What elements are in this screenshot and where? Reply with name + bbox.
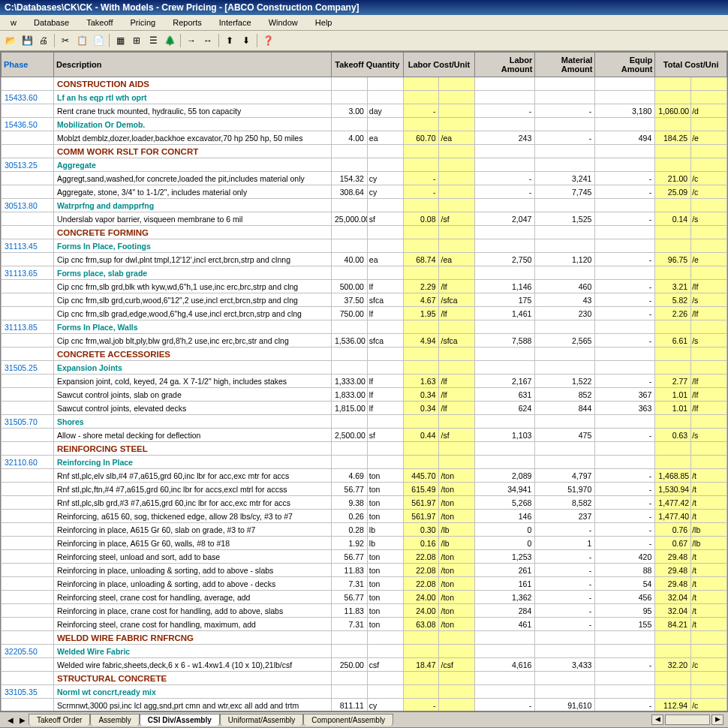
header-description[interactable]: Description: [54, 53, 332, 77]
open-icon[interactable]: 📂: [3, 33, 18, 48]
table-row[interactable]: STRUCTURAL CONCRETE: [2, 672, 727, 685]
toolbar: 📂 💾 🖨 ✂ 📋 📄 ▦ ⊞ ☰ 🌲 → ↔ ⬆ ⬇ ❓: [0, 31, 728, 51]
table-row[interactable]: Welded wire fabric,sheets,deck,6 x 6 - w…: [2, 658, 727, 672]
table-row[interactable]: 30513.80Watrprfng and dampprfng: [2, 199, 727, 212]
table-row[interactable]: Aggregt,sand,washed,for concrete,loaded …: [2, 172, 727, 185]
table-row[interactable]: 31505.25Expansion Joints: [2, 361, 727, 375]
tab-assembly[interactable]: Assembly: [90, 714, 139, 726]
menu-window[interactable]: Window: [261, 17, 305, 29]
copy-icon[interactable]: 📋: [74, 33, 89, 48]
table-row[interactable]: WELDD WIRE FABRIC RNFRCNG: [2, 631, 727, 645]
table-row[interactable]: Rent crane truck mounted, hydraulic, 55 …: [2, 104, 727, 118]
table-row[interactable]: REINFORCING STEEL: [2, 442, 727, 456]
menu-database[interactable]: Database: [26, 17, 77, 29]
table-row[interactable]: Reinforcing in place, crane cost for han…: [2, 604, 727, 618]
sort-desc-icon[interactable]: ⬇: [239, 33, 254, 48]
table-row[interactable]: Cip cnc frm,slb grd,blk wth kyw,wd,6"h,1…: [2, 280, 727, 293]
scroll-left-icon[interactable]: ◀: [651, 714, 663, 725]
table-row[interactable]: CONSTRUCTION AIDS: [2, 77, 727, 91]
table-row[interactable]: CONCRETE FORMING: [2, 226, 727, 239]
print-icon[interactable]: 🖨: [36, 33, 51, 48]
pricing-table: Phase Description Takeoff Quantity Labor…: [1, 52, 727, 711]
header-labor-amount[interactable]: Labor Amount: [475, 53, 535, 77]
table-row[interactable]: 15436.50Mobilization Or Demob.: [2, 118, 727, 131]
menu-pricing[interactable]: Pricing: [123, 17, 164, 29]
table-row[interactable]: Scrmnwt,3000 psi,inc lcl agg,snd,prt cmn…: [2, 699, 727, 712]
menu-bar: w Database Takeoff Pricing Reports Inter…: [0, 15, 728, 31]
table-row[interactable]: 31113.45Forms In Place, Footings: [2, 239, 727, 253]
table-row[interactable]: Sawcut control joints, slab on grade1,83…: [2, 388, 727, 402]
table-row[interactable]: Reinforcing in place, A615 Gr 60, walls,…: [2, 537, 727, 550]
table-row[interactable]: Reinforcing in place, unloading & sortin…: [2, 564, 727, 577]
table-row[interactable]: Underslab vapor barrier, visqueen membra…: [2, 212, 727, 226]
title-bar: C:\Databases\CK\CK - With Models - Crew …: [0, 0, 728, 15]
grid-icon[interactable]: ▦: [113, 33, 128, 48]
table-icon[interactable]: ⊞: [129, 33, 144, 48]
tree-icon[interactable]: 🌲: [162, 33, 177, 48]
menu-interface[interactable]: Interface: [212, 17, 259, 29]
table-row[interactable]: Reinforcing steel, crane cost for handli…: [2, 591, 727, 604]
spreadsheet-grid[interactable]: Phase Description Takeoff Quantity Labor…: [0, 51, 728, 711]
table-row[interactable]: 15433.60Lf an hs eqp rtl wth oprt: [2, 91, 727, 104]
table-row[interactable]: 31113.65Forms place, slab grade: [2, 266, 727, 280]
table-row[interactable]: Reinforcing in place, A615 Gr 60, slab o…: [2, 523, 727, 537]
tab-csi-div[interactable]: CSI Div/Assembly: [140, 714, 220, 726]
menu-takeoff[interactable]: Takeoff: [79, 17, 120, 29]
goto-icon[interactable]: →: [184, 33, 199, 48]
table-row[interactable]: CONCRETE ACCESSORIES: [2, 347, 727, 361]
sheet-tabs: ◀▶ Takeoff Order Assembly CSI Div/Assemb…: [0, 711, 728, 727]
header-equip-amount[interactable]: Equip Amount: [595, 53, 655, 77]
table-row[interactable]: Reinforcing, a615 60, sog, thickened edg…: [2, 510, 727, 523]
nav-icon[interactable]: ↔: [200, 33, 215, 48]
table-row[interactable]: Reinforcing steel, crane cost for handli…: [2, 618, 727, 631]
table-row[interactable]: Rnf stl,plc,ftn,#4 #7,a615,grd 60,inc lb…: [2, 483, 727, 496]
table-row[interactable]: Cip cnc frm,slb grad,edge,wood,6"hg,4 us…: [2, 307, 727, 320]
menu-view[interactable]: w: [3, 17, 24, 29]
header-phase[interactable]: Phase: [2, 53, 54, 77]
menu-help[interactable]: Help: [308, 17, 340, 29]
table-row[interactable]: Cip cnc frm,slb grd,curb,wood,6"12",2 us…: [2, 293, 727, 307]
paste-icon[interactable]: 📄: [91, 33, 106, 48]
scroll-right-icon[interactable]: ▶: [711, 714, 723, 725]
save-icon[interactable]: 💾: [20, 33, 35, 48]
table-row[interactable]: Allow - shore metal decking for deflecti…: [2, 429, 727, 442]
table-row[interactable]: 31113.85Forms In Place, Walls: [2, 320, 727, 334]
table-row[interactable]: 30513.25Aggregate: [2, 158, 727, 172]
table-row[interactable]: 33105.35Norml wt concrt,ready mix: [2, 685, 727, 699]
tab-uniformat[interactable]: Uniformat/Assembly: [220, 714, 303, 726]
header-material-amount[interactable]: Material Amount: [535, 53, 595, 77]
table-row[interactable]: Rnf stl,plc,elv slb,#4 #7,a615,grd 60,in…: [2, 469, 727, 483]
table-row[interactable]: Reinforcing steel, unload and sort, add …: [2, 550, 727, 564]
table-row[interactable]: Aggregate, stone, 3/4" to 1-1/2", includ…: [2, 185, 727, 199]
table-row[interactable]: COMM WORK RSLT FOR CONCRT: [2, 145, 727, 158]
tab-takeoff-order[interactable]: Takeoff Order: [29, 714, 90, 726]
help-icon[interactable]: ❓: [260, 33, 275, 48]
table-row[interactable]: Rnf stl,plc,slb grd,#3 #7,a615,grd 60,in…: [2, 496, 727, 510]
table-row[interactable]: 31505.70Shores: [2, 415, 727, 429]
table-row[interactable]: 32205.50Welded Wire Fabric: [2, 645, 727, 658]
table-row[interactable]: Cip cnc frm,wal,job blt,ply,blw grd,8'h,…: [2, 334, 727, 347]
table-row[interactable]: Expansion joint, cold, keyed, 24 ga. X 7…: [2, 375, 727, 388]
table-row[interactable]: Moblzt demblz,dozer,loader,backhoe excav…: [2, 131, 727, 145]
header-quantity[interactable]: Takeoff Quantity: [332, 53, 404, 77]
menu-reports[interactable]: Reports: [165, 17, 209, 29]
header-total-cost[interactable]: Total Cost/Uni: [655, 53, 727, 77]
table-row[interactable]: Sawcut control joints, elevated decks1,8…: [2, 402, 727, 415]
table-row[interactable]: Reinforcing in place, unloading & sortin…: [2, 577, 727, 591]
table-row[interactable]: 32110.60Reinforcing In Place: [2, 456, 727, 469]
list-icon[interactable]: ☰: [146, 33, 161, 48]
table-row[interactable]: Cip cnc frm,sup for dwl,plnt tmpl,12'12'…: [2, 253, 727, 266]
cut-icon[interactable]: ✂: [58, 33, 73, 48]
sort-asc-icon[interactable]: ⬆: [222, 33, 237, 48]
tab-component[interactable]: Component/Assembly: [303, 714, 393, 726]
header-labor-cost[interactable]: Labor Cost/Unit: [403, 53, 475, 77]
